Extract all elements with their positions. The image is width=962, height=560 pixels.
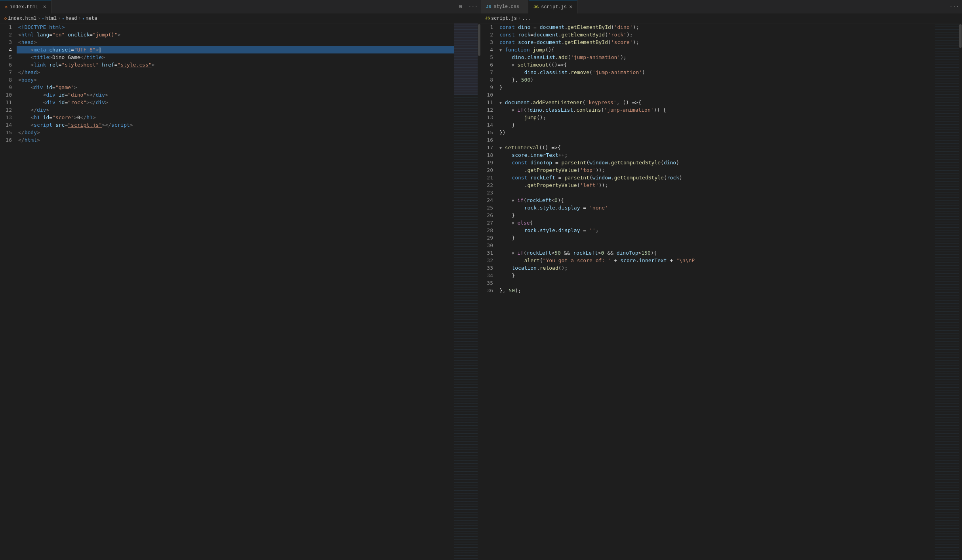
right-scrollbar[interactable] — [959, 23, 962, 560]
line-num-11: 11 — [3, 99, 12, 106]
tab-style-css-label: style.css — [493, 4, 519, 10]
r-line-num-9: 9 — [484, 84, 493, 91]
r-code-line-22: .getPropertyValue('left')); — [499, 181, 935, 189]
code-line-15: </body> — [17, 129, 454, 136]
r-code-line-27: ▼ else{ — [499, 219, 935, 227]
r-code-line-20: .getPropertyValue('top')); — [499, 166, 935, 174]
bc-head[interactable]: head — [66, 16, 77, 21]
tab-index-html[interactable]: ◇ index.html × — [0, 0, 51, 13]
r-code-line-4: ▼ function jump(){ — [499, 46, 935, 53]
r-line-num-13: 13 — [484, 114, 493, 121]
left-breadcrumb: ◇ index.html › ✦ html › ✦ head › ✦ meta — [0, 14, 481, 23]
code-line-16: </html> — [17, 136, 454, 144]
r-line-num-19: 19 — [484, 159, 493, 166]
right-breadcrumb: JS script.js › ... — [481, 14, 962, 23]
r-code-line-2: const rock=document.getElementById('rock… — [499, 31, 935, 38]
tab-index-html-close[interactable]: × — [43, 4, 46, 10]
r-line-num-2: 2 — [484, 31, 493, 38]
r-line-num-17: 17 — [484, 144, 493, 151]
r-code-line-16 — [499, 136, 935, 144]
code-line-6: <link rel="stylesheet" href="style.css"> — [17, 61, 454, 69]
r-code-line-3: const score=document.getElementById('sco… — [499, 38, 935, 46]
tab-script-js-label: script.js — [541, 4, 567, 10]
left-scrollbar[interactable] — [478, 23, 481, 560]
r-code-line-10 — [499, 91, 935, 99]
left-pane-more-btn[interactable]: ··· — [465, 0, 481, 13]
line-num-8: 8 — [3, 76, 12, 84]
left-minimap — [454, 23, 478, 560]
code-line-3: <head> — [17, 38, 454, 46]
code-line-2: <html lang="en" onclick="jump()"> — [17, 31, 454, 38]
r-line-num-35: 35 — [484, 279, 493, 287]
line-num-13: 13 — [3, 114, 12, 121]
r-line-num-18: 18 — [484, 151, 493, 159]
right-editor-pane: 1 2 3 4 5 6 7 8 9 10 11 12 13 14 15 16 1… — [481, 23, 962, 560]
bc-index-html[interactable]: index.html — [8, 16, 36, 21]
bc-sep-right: › — [518, 16, 521, 21]
line-num-2: 2 — [3, 31, 12, 38]
right-pane-more-btn[interactable]: ··· — [947, 0, 962, 13]
r-line-num-16: 16 — [484, 136, 493, 144]
r-code-line-34: } — [499, 272, 935, 279]
line-num-4: 4 — [3, 46, 12, 53]
bc-html[interactable]: html — [45, 16, 57, 21]
bc-sep-2: › — [58, 16, 61, 21]
bc-dots: ... — [522, 16, 531, 21]
r-line-num-30: 30 — [484, 242, 493, 249]
r-code-line-8: }, 500) — [499, 76, 935, 84]
r-code-line-30 — [499, 242, 935, 249]
tab-script-js[interactable]: JS script.js × — [529, 0, 577, 13]
r-line-num-10: 10 — [484, 91, 493, 99]
right-line-numbers: 1 2 3 4 5 6 7 8 9 10 11 12 13 14 15 16 1… — [481, 23, 498, 560]
tab-script-js-close[interactable]: × — [569, 4, 572, 10]
r-line-num-14: 14 — [484, 121, 493, 129]
r-code-line-12: ▼ if(!dino.classList.contains('jump-anim… — [499, 106, 935, 114]
r-code-line-29: } — [499, 234, 935, 242]
line-num-7: 7 — [3, 69, 12, 76]
tab-style-css[interactable]: JS style.css — [481, 0, 529, 13]
line-num-15: 15 — [3, 129, 12, 136]
r-line-num-3: 3 — [484, 38, 493, 46]
r-code-line-1: const dino = document.getElementById('di… — [499, 23, 935, 31]
r-line-num-5: 5 — [484, 53, 493, 61]
r-code-line-6: ▼ setTimeout(()=>{ — [499, 61, 935, 69]
r-code-line-32: alert("You got a score of: " + score.inn… — [499, 257, 935, 264]
right-minimap — [935, 23, 959, 560]
bc-tag-icon-1: ✦ — [42, 16, 44, 21]
r-code-line-24: ▼ if(rockLeft<0){ — [499, 196, 935, 204]
r-line-num-27: 27 — [484, 219, 493, 227]
r-line-num-4: 4 — [484, 46, 493, 53]
left-code-content[interactable]: <!DOCTYPE html> <html lang="en" onclick=… — [17, 23, 454, 560]
r-line-num-23: 23 — [484, 189, 493, 196]
r-line-num-15: 15 — [484, 129, 493, 136]
r-code-line-25: rock.style.display = 'none' — [499, 204, 935, 211]
r-code-line-9: } — [499, 84, 935, 91]
r-code-line-13: jump(); — [499, 114, 935, 121]
r-line-num-24: 24 — [484, 196, 493, 204]
right-code-content[interactable]: const dino = document.getElementById('di… — [498, 23, 935, 560]
left-pane-split-btn[interactable]: ⊟ — [456, 0, 465, 13]
css-file-icon: JS — [486, 4, 491, 9]
r-code-line-35 — [499, 279, 935, 287]
bc-tag-icon-2: ✦ — [62, 16, 65, 21]
bc-js-icon: JS — [485, 16, 490, 21]
bc-script-js[interactable]: script.js — [491, 16, 517, 21]
r-line-num-21: 21 — [484, 174, 493, 181]
r-code-line-14: } — [499, 121, 935, 129]
r-line-num-20: 20 — [484, 166, 493, 174]
line-num-10: 10 — [3, 91, 12, 99]
line-num-1: 1 — [3, 23, 12, 31]
r-line-num-28: 28 — [484, 227, 493, 234]
code-line-5: <title>Dino Game</title> — [17, 53, 454, 61]
bc-sep-1: › — [38, 16, 40, 21]
left-line-numbers: 1 2 3 4 5 6 7 8 9 10 11 12 13 14 15 16 — [0, 23, 17, 560]
r-line-num-29: 29 — [484, 234, 493, 242]
line-num-12: 12 — [3, 106, 12, 114]
r-code-line-19: const dinoTop = parseInt(window.getCompu… — [499, 159, 935, 166]
r-code-line-5: dino.classList.add('jump-animation'); — [499, 53, 935, 61]
r-code-line-28: rock.style.display = ''; — [499, 227, 935, 234]
bc-tag-icon-3: ✦ — [82, 16, 85, 21]
html-file-icon: ◇ — [5, 4, 8, 10]
r-line-num-7: 7 — [484, 69, 493, 76]
bc-meta[interactable]: meta — [86, 16, 97, 21]
